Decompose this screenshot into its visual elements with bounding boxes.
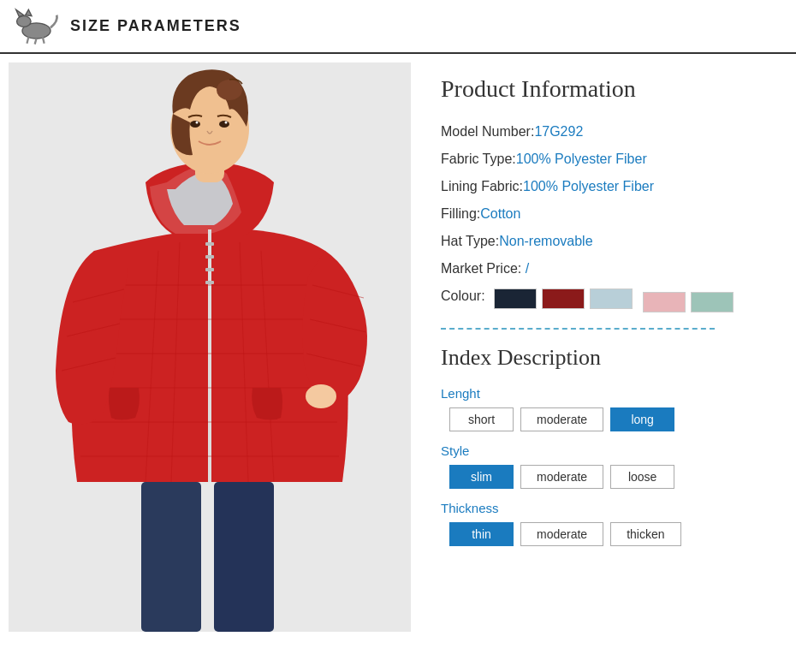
label-price: Market Price:	[441, 261, 521, 277]
label-lining: Lining Fabric:	[441, 179, 523, 194]
info-row-model: Model Number: 17G292	[441, 124, 783, 140]
label-model: Model Number:	[441, 124, 534, 140]
page-title: SIZE PARAMETERS	[70, 17, 241, 35]
style-slim-button[interactable]: slim	[449, 465, 514, 489]
index-title: Index Description	[441, 345, 783, 371]
swatches-container	[494, 288, 734, 312]
product-title: Product Information	[441, 75, 783, 103]
value-price: /	[521, 261, 529, 277]
svg-point-37	[196, 122, 199, 124]
swatch-pink[interactable]	[643, 292, 686, 312]
product-image	[9, 62, 411, 632]
value-filling: Cotton	[480, 206, 520, 222]
info-row-hat: Hat Type: Non-removable	[441, 234, 783, 249]
main-content: Product Information Model Number: 17G292…	[0, 54, 796, 640]
lenght-moderate-button[interactable]: moderate	[520, 407, 603, 431]
info-row-lining: Lining Fabric: 100% Polyester Fiber	[441, 179, 783, 194]
header: SIZE PARAMETERS	[0, 0, 796, 54]
svg-marker-2	[16, 9, 24, 16]
thickness-thin-button[interactable]: thin	[449, 522, 514, 546]
svg-line-4	[27, 37, 29, 43]
style-loose-button[interactable]: loose	[610, 465, 674, 489]
svg-rect-14	[205, 268, 214, 271]
svg-marker-3	[26, 9, 32, 15]
thickness-thicken-button[interactable]: thicken	[610, 522, 680, 546]
thickness-label: Thickness	[441, 501, 783, 515]
svg-line-5	[35, 39, 37, 44]
thickness-moderate-button[interactable]: moderate	[520, 522, 603, 546]
lenght-long-button[interactable]: long	[610, 407, 674, 431]
svg-rect-10	[214, 482, 274, 632]
dashed-divider	[441, 328, 715, 330]
value-hat: Non-removable	[499, 234, 592, 249]
label-fabric: Fabric Type:	[441, 152, 516, 167]
style-options: slim moderate loose	[449, 465, 783, 489]
svg-point-36	[219, 121, 229, 128]
swatch-dark-red[interactable]	[542, 288, 585, 309]
swatch-light-blue[interactable]	[590, 288, 633, 309]
swatch-mint[interactable]	[691, 292, 734, 312]
label-hat: Hat Type:	[441, 234, 499, 249]
value-model: 17G292	[534, 124, 583, 140]
value-lining: 100% Polyester Fiber	[523, 179, 654, 194]
colour-label: Colour:	[441, 288, 485, 304]
logo-icon	[13, 7, 60, 45]
style-moderate-button[interactable]: moderate	[520, 465, 603, 489]
category-lenght: Lenght short moderate long	[441, 386, 783, 431]
category-style: Style slim moderate loose	[441, 443, 783, 489]
category-thickness: Thickness thin moderate thicken	[441, 501, 783, 546]
style-label: Style	[441, 443, 783, 458]
lenght-options: short moderate long	[449, 407, 783, 431]
swatch-dark-navy[interactable]	[494, 288, 537, 309]
lenght-short-button[interactable]: short	[449, 407, 514, 431]
info-row-fabric: Fabric Type: 100% Polyester Fiber	[441, 152, 783, 167]
label-filling: Filling:	[441, 206, 480, 222]
lenght-label: Lenght	[441, 386, 783, 401]
svg-rect-9	[141, 482, 201, 632]
colour-row: Colour:	[441, 288, 783, 312]
thickness-options: thin moderate thicken	[449, 522, 783, 546]
model-illustration	[9, 62, 411, 632]
info-row-filling: Filling: Cotton	[441, 206, 783, 222]
svg-point-1	[17, 16, 32, 27]
value-fabric: 100% Polyester Fiber	[516, 152, 647, 167]
info-panel: Product Information Model Number: 17G292…	[437, 62, 787, 632]
svg-point-32	[306, 384, 336, 408]
info-row-price: Market Price: /	[441, 261, 783, 277]
svg-point-39	[217, 80, 242, 100]
svg-rect-12	[205, 242, 214, 246]
svg-rect-15	[205, 281, 214, 284]
svg-point-35	[190, 121, 200, 128]
svg-rect-13	[205, 255, 214, 259]
svg-point-38	[225, 122, 228, 124]
